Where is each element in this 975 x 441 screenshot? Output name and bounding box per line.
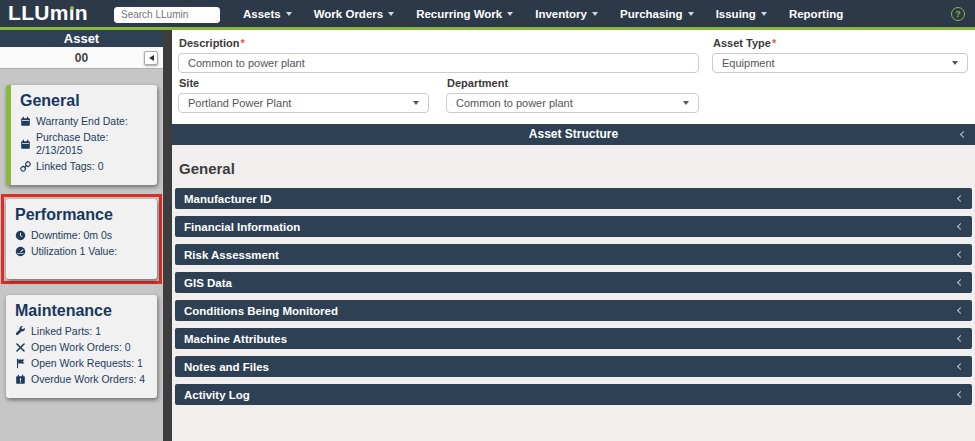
asset-sidebar: Asset 00 General Warranty End Date: Purc… bbox=[0, 30, 163, 441]
linked-tags: Linked Tags: 0 bbox=[20, 160, 151, 173]
asset-id-row: 00 bbox=[0, 47, 163, 69]
caret-down-icon bbox=[761, 12, 767, 16]
chevron-left-icon bbox=[957, 391, 964, 398]
logo-text-right: n bbox=[75, 2, 88, 24]
required-asterisk: * bbox=[772, 37, 776, 49]
accordion-manufacturer-id[interactable]: Manufacturer ID bbox=[175, 188, 972, 209]
panel-maintenance: Maintenance Linked Parts: 1 Open Work Or… bbox=[6, 295, 157, 398]
chevron-left-icon bbox=[957, 195, 964, 202]
chevron-left-icon bbox=[957, 223, 964, 230]
menu-reporting[interactable]: Reporting bbox=[778, 8, 854, 20]
panel-performance: Performance Downtime: 0m 0s Utilization … bbox=[6, 199, 157, 279]
clock-icon bbox=[15, 230, 26, 241]
dropdown-caret-icon bbox=[952, 61, 958, 65]
utilization-value: Utilization 1 Value: bbox=[15, 245, 151, 258]
menu-purchasing[interactable]: Purchasing bbox=[609, 8, 705, 20]
description-input[interactable] bbox=[178, 53, 699, 73]
asset-form: Description* Asset Type* Equipment Site … bbox=[172, 30, 975, 124]
dropdown-caret-icon bbox=[413, 101, 419, 105]
main-menu: Assets Work Orders Recurring Work Invent… bbox=[232, 8, 854, 20]
caret-down-icon bbox=[286, 12, 292, 16]
chevron-left-icon bbox=[957, 307, 964, 314]
menu-inventory[interactable]: Inventory bbox=[524, 8, 609, 20]
menu-issuing[interactable]: Issuing bbox=[705, 8, 778, 20]
accordion-financial-information[interactable]: Financial Information bbox=[175, 216, 972, 237]
asset-sections: General Manufacturer ID Financial Inform… bbox=[172, 145, 975, 441]
department-label: Department bbox=[447, 77, 699, 89]
open-work-orders: Open Work Orders: 0 bbox=[15, 341, 151, 354]
menu-recurring-work[interactable]: Recurring Work bbox=[405, 8, 524, 20]
help-icon[interactable]: ? bbox=[951, 7, 965, 21]
chevron-left-icon bbox=[960, 131, 967, 138]
caret-down-icon bbox=[592, 12, 598, 16]
calendar-alert-icon bbox=[15, 374, 26, 385]
gauge-icon bbox=[15, 246, 26, 257]
accordion-risk-assessment[interactable]: Risk Assessment bbox=[175, 244, 972, 265]
sidebar-collapse-button[interactable] bbox=[144, 51, 158, 65]
calendar-icon bbox=[20, 116, 31, 127]
calendar-icon bbox=[20, 139, 31, 150]
overdue-work-orders: Overdue Work Orders: 4 bbox=[15, 373, 151, 386]
required-asterisk: * bbox=[241, 37, 245, 49]
accordion-notes-and-files[interactable]: Notes and Files bbox=[175, 356, 972, 377]
chevron-left-icon bbox=[957, 335, 964, 342]
chevron-left-icon bbox=[957, 279, 964, 286]
llumin-logo[interactable]: LLUmın bbox=[8, 2, 88, 24]
asset-type-select[interactable]: Equipment bbox=[712, 53, 968, 73]
search-input[interactable] bbox=[114, 7, 220, 23]
sidebar-title: Asset bbox=[0, 30, 163, 47]
asset-detail-main: Description* Asset Type* Equipment Site … bbox=[172, 30, 975, 441]
open-work-requests: Open Work Requests: 1 bbox=[15, 357, 151, 370]
global-search bbox=[114, 4, 220, 23]
site-label: Site bbox=[179, 77, 429, 89]
accordion-gis-data[interactable]: GIS Data bbox=[175, 272, 972, 293]
logo-letter-i: ı bbox=[69, 2, 75, 24]
chevron-left-icon bbox=[957, 251, 964, 258]
menu-work-orders[interactable]: Work Orders bbox=[303, 8, 405, 20]
caret-down-icon bbox=[688, 12, 694, 16]
panel-general: General Warranty End Date: Purchase Date… bbox=[6, 85, 157, 185]
link-icon bbox=[20, 161, 31, 172]
site-select[interactable]: Portland Power Plant bbox=[178, 93, 429, 113]
sidebar-main-divider bbox=[163, 30, 172, 441]
section-heading-general: General bbox=[179, 160, 973, 177]
chevron-left-icon bbox=[957, 363, 964, 370]
panel-maintenance-title: Maintenance bbox=[15, 302, 151, 320]
wrench-icon bbox=[15, 326, 26, 337]
logo-green-dot-icon bbox=[70, 6, 74, 10]
accordion-conditions-being-monitored[interactable]: Conditions Being Monitored bbox=[175, 300, 972, 321]
performance-highlight-box: Performance Downtime: 0m 0s Utilization … bbox=[1, 194, 162, 284]
menu-assets[interactable]: Assets bbox=[232, 8, 303, 20]
asset-type-label: Asset Type* bbox=[713, 37, 968, 49]
dropdown-caret-icon bbox=[683, 101, 689, 105]
panel-performance-title: Performance bbox=[15, 206, 151, 224]
warranty-end-date: Warranty End Date: bbox=[20, 115, 151, 128]
crossed-tools-icon bbox=[15, 342, 26, 353]
top-navigation-bar: LLUmın Assets Work Orders Recurring Work… bbox=[0, 0, 975, 27]
accordion-activity-log[interactable]: Activity Log bbox=[175, 384, 972, 405]
caret-down-icon bbox=[388, 12, 394, 16]
description-label: Description* bbox=[179, 37, 699, 49]
logo-text-left: LLUm bbox=[8, 2, 69, 24]
purchase-date: Purchase Date: 2/13/2015 bbox=[20, 131, 151, 157]
department-select[interactable]: Common to power plant bbox=[446, 93, 699, 113]
collapse-arrow-icon bbox=[149, 55, 154, 61]
downtime: Downtime: 0m 0s bbox=[15, 229, 151, 242]
flag-icon bbox=[15, 358, 26, 369]
panel-general-title: General bbox=[20, 92, 151, 110]
asset-id: 00 bbox=[75, 51, 88, 65]
accordion-machine-attributes[interactable]: Machine Attributes bbox=[175, 328, 972, 349]
asset-structure-bar[interactable]: Asset Structure bbox=[172, 124, 975, 145]
caret-down-icon bbox=[507, 12, 513, 16]
linked-parts: Linked Parts: 1 bbox=[15, 325, 151, 338]
